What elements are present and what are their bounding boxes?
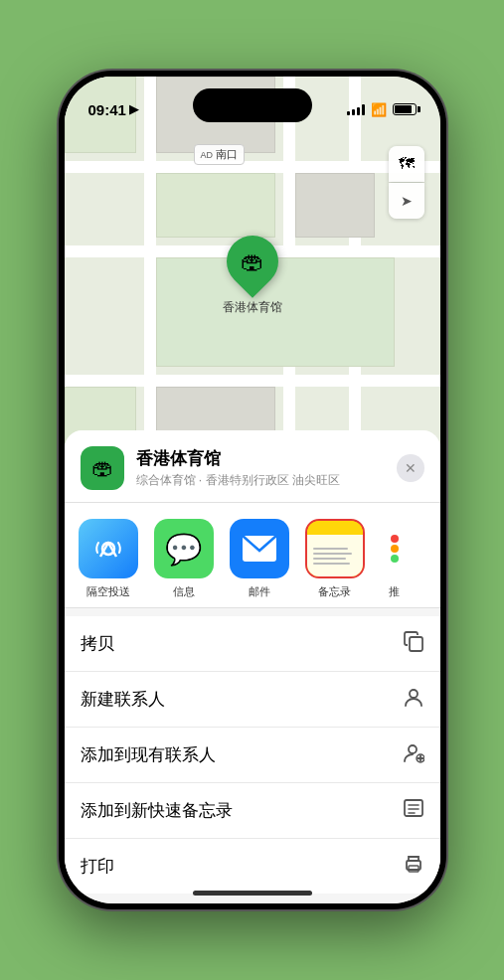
- location-arrow-icon: ▶: [129, 102, 138, 116]
- mail-label: 邮件: [249, 584, 270, 599]
- add-contact-icon: [403, 741, 424, 768]
- more-label: 推: [389, 584, 400, 599]
- signal-bars: [347, 103, 365, 115]
- share-item-notes[interactable]: 备忘录: [299, 519, 371, 599]
- map-type-button[interactable]: 🗺: [389, 146, 424, 182]
- quick-note-svg: [403, 797, 424, 819]
- status-bar: 09:41 ▶ 📶: [65, 77, 440, 130]
- svg-rect-2: [410, 637, 422, 651]
- new-contact-label: 新建联系人: [81, 688, 165, 711]
- signal-bar-3: [357, 107, 360, 115]
- copy-label: 拷贝: [81, 632, 114, 655]
- notes-label: 备忘录: [318, 584, 351, 599]
- copy-icon: [403, 630, 424, 657]
- action-list: 拷贝 新建联系人: [65, 616, 440, 894]
- share-item-mail[interactable]: 邮件: [224, 519, 295, 599]
- notes-icon: [305, 519, 365, 578]
- signal-bar-4: [362, 104, 365, 115]
- location-button[interactable]: ➤: [389, 183, 424, 219]
- close-button[interactable]: ✕: [397, 454, 424, 482]
- action-print[interactable]: 打印: [65, 839, 440, 894]
- share-item-messages[interactable]: 💬 信息: [148, 519, 220, 599]
- map-label: AD 南口: [194, 144, 246, 165]
- battery-fill: [395, 105, 412, 113]
- home-indicator: [193, 891, 312, 896]
- marker-pin: 🏟: [216, 225, 289, 298]
- bottom-sheet: 🏟 香港体育馆 综合体育馆 · 香港特别行政区 油尖旺区 ✕: [65, 430, 440, 903]
- battery: [393, 103, 417, 115]
- action-new-contact[interactable]: 新建联系人: [65, 672, 440, 728]
- share-item-more[interactable]: 推: [375, 519, 415, 599]
- messages-icon: 💬: [154, 519, 214, 578]
- action-add-existing-contact[interactable]: 添加到现有联系人: [65, 728, 440, 783]
- venue-description: 综合体育馆 · 香港特别行政区 油尖旺区: [136, 472, 397, 489]
- more-icon: [375, 519, 415, 578]
- action-copy[interactable]: 拷贝: [65, 616, 440, 672]
- svg-point-3: [410, 690, 418, 698]
- signal-bar-1: [347, 111, 350, 115]
- share-row: 隔空投送 💬 信息 邮件: [65, 503, 440, 608]
- signal-bar-2: [352, 109, 355, 115]
- venue-header: 🏟 香港体育馆 综合体育馆 · 香港特别行政区 油尖旺区 ✕: [65, 430, 440, 503]
- print-icon: [403, 853, 424, 880]
- venue-name: 香港体育馆: [136, 447, 397, 470]
- messages-label: 信息: [173, 584, 195, 599]
- wifi-icon: 📶: [371, 102, 387, 117]
- location-icon: ➤: [401, 193, 413, 209]
- mail-icon: [230, 519, 289, 578]
- marker-icon: 🏟: [241, 247, 264, 275]
- phone-screen: AD 南口 🗺 ➤ 🏟 香港体育馆: [65, 77, 440, 903]
- phone-frame: AD 南口 🗺 ➤ 🏟 香港体育馆: [59, 71, 446, 909]
- quick-note-icon: [403, 797, 424, 824]
- print-label: 打印: [81, 855, 114, 878]
- svg-rect-13: [409, 866, 419, 872]
- dynamic-island: [193, 88, 312, 122]
- new-contact-svg: [403, 686, 424, 708]
- share-item-airdrop[interactable]: 隔空投送: [73, 519, 144, 599]
- status-time: 09:41 ▶: [88, 101, 138, 118]
- airdrop-icon: [79, 519, 138, 578]
- marker-label: 香港体育馆: [223, 299, 282, 316]
- airdrop-svg: [92, 533, 124, 565]
- stadium-marker: 🏟 香港体育馆: [223, 236, 282, 316]
- venue-info: 香港体育馆 综合体育馆 · 香港特别行政区 油尖旺区: [136, 447, 397, 489]
- add-contact-svg: [403, 741, 424, 763]
- mail-svg: [242, 535, 277, 563]
- venue-icon: 🏟: [81, 446, 124, 490]
- svg-point-4: [409, 745, 417, 753]
- print-svg: [403, 853, 424, 875]
- copy-svg: [403, 630, 424, 652]
- map-controls: 🗺 ➤: [389, 146, 424, 219]
- map-icon: 🗺: [399, 155, 415, 173]
- add-existing-label: 添加到现有联系人: [81, 743, 216, 766]
- add-quick-note-label: 添加到新快速备忘录: [81, 799, 233, 822]
- airdrop-label: 隔空投送: [86, 584, 130, 599]
- new-contact-icon: [403, 686, 424, 713]
- action-add-quick-note[interactable]: 添加到新快速备忘录: [65, 783, 440, 839]
- status-right: 📶: [347, 102, 417, 117]
